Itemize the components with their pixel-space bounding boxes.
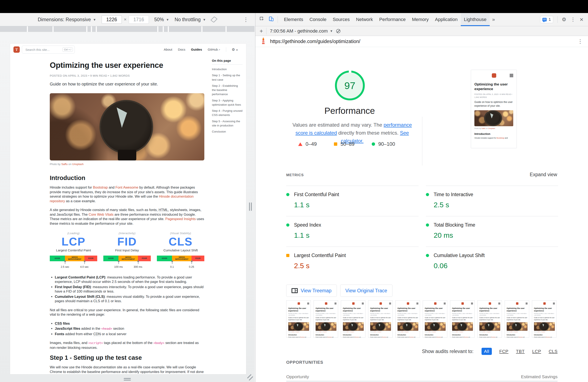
menu-icon (526, 303, 527, 303)
toggle-device-toolbar-icon[interactable] (268, 16, 274, 23)
filmstrip-thumbnail[interactable]: Optimizing the user experience POSTED ON… (286, 300, 311, 338)
vital-column: (Interactivity) FID First Input Delay GO… (103, 232, 151, 269)
viewport-corner-resize-handle[interactable] (246, 374, 252, 380)
filmstrip-thumbnail[interactable]: Optimizing the user experience POSTED ON… (396, 300, 420, 338)
close-devtools-icon[interactable]: × (580, 16, 583, 23)
bootstrap-link[interactable]: Bootstrap (93, 185, 108, 189)
metric-cell[interactable]: Time to Interactive 2.5 s (426, 186, 558, 216)
view-treemap-button[interactable]: View Treemap (286, 285, 337, 297)
dimensions-select[interactable]: Dimensions: Responsive ▼ (38, 17, 96, 22)
metric-cell[interactable]: Largest Contentful Paint 2.5 s (286, 247, 419, 277)
throttling-select[interactable]: No throttling ▼ (174, 17, 206, 22)
metric-cell[interactable]: First Contentful Paint 1.1 s (286, 186, 419, 216)
opportunity-column-header: Opportunity (286, 374, 309, 379)
menu-icon (471, 303, 473, 303)
theme-settings[interactable]: ⚙ ▼ (232, 47, 238, 52)
filmstrip-thumbnail[interactable]: Optimizing the user experience POSTED ON… (314, 300, 338, 338)
legend-item: 0–49 (298, 141, 317, 147)
audit-filter-option[interactable]: All (482, 348, 492, 355)
filmstrip-thumbnail[interactable]: Optimizing the user experience POSTED ON… (368, 300, 393, 338)
new-report-icon[interactable]: + (260, 28, 263, 34)
report-menu-icon[interactable]: ⋮ (578, 38, 583, 45)
nav-github[interactable]: GitHub↗ (208, 48, 220, 51)
inspect-element-icon[interactable] (259, 16, 265, 23)
devtools-tab[interactable]: Memory (409, 13, 432, 26)
menu-icon (553, 303, 555, 303)
font-awesome-link[interactable]: Font Awesome (116, 185, 138, 189)
hinode-logo-icon (325, 302, 327, 305)
site-search[interactable]: Ctrl + / (22, 45, 75, 54)
metric-cell[interactable]: Total Blocking Time 20 ms (426, 216, 558, 247)
filmstrip-thumbnail[interactable]: Optimizing the user experience POSTED ON… (450, 300, 475, 338)
audit-filter-option[interactable]: LCP (532, 349, 541, 354)
zoom-select[interactable]: 50% ▼ (154, 17, 169, 22)
site-search-input[interactable] (25, 48, 62, 52)
filmstrip-thumbnail[interactable]: Optimizing the user experience POSTED ON… (477, 300, 502, 338)
filmstrip-thumbnail[interactable]: Optimizing the user experience POSTED ON… (505, 300, 529, 338)
devtools-tab[interactable]: Performance (376, 13, 409, 26)
legend-shape-icon (298, 142, 302, 146)
filmstrip-thumbnail[interactable]: Optimizing the user experience POSTED ON… (341, 300, 365, 338)
intro-paragraph-1: Hinode includes support for Bootstrap an… (50, 185, 204, 203)
devtools-tab[interactable]: Elements (281, 13, 306, 26)
media-query-bar[interactable] (0, 26, 254, 32)
metric-rating-icon (426, 223, 429, 227)
devtools-tab[interactable]: Network (353, 13, 376, 26)
report-url: https://gethinode.com/guides/optimizatio… (270, 39, 360, 44)
vital-threshold-bar: GOOD NEEDS IMPROVEMENT POOR (157, 255, 204, 261)
toc-item[interactable]: Step 5 - Assessing the site in productio… (212, 119, 243, 128)
toc-item[interactable]: Introduction (212, 67, 243, 71)
viewport-height-handle[interactable] (124, 378, 131, 381)
metric-rating-icon (286, 223, 289, 227)
hinode-logo-icon[interactable] (13, 46, 20, 53)
filmstrip-thumbnail[interactable]: Optimizing the user experience POSTED ON… (532, 300, 556, 338)
devtools-menu-icon[interactable]: ⋮ (570, 17, 575, 22)
article: Optimizing the user experience POSTED ON… (50, 61, 204, 374)
pagespeed-insights-link[interactable]: Pagespeed Insights (165, 217, 196, 221)
toc-item[interactable]: Step 2 - Establishing the baseline perfo… (212, 84, 243, 97)
toolbar-divider (278, 16, 278, 23)
viewport-height-input[interactable] (129, 15, 149, 24)
page-screenshot-thumbnail[interactable]: Optimizing the user experience POSTED ON… (471, 70, 517, 148)
viewport-width-input[interactable] (102, 15, 122, 24)
emulated-webpage: Ctrl + / About Docs Guides GitHub↗ ⚙ ▼ O… (10, 44, 246, 374)
performance-score-gauge[interactable]: 97 (335, 71, 365, 100)
audit-filter-option[interactable]: TBT (516, 349, 525, 354)
menu-icon (510, 74, 513, 75)
nav-about[interactable]: About (164, 48, 172, 51)
more-tabs-button[interactable]: » (490, 13, 498, 26)
metric-cell[interactable]: Speed Index 1.1 s (286, 216, 419, 247)
toc-item[interactable]: Step 1 - Setting up the test case (212, 73, 243, 82)
issues-counter[interactable]: 1 (540, 16, 553, 23)
device-toolbar-menu-icon[interactable]: ⋮ (243, 17, 249, 22)
devtools-tab[interactable]: Sources (330, 13, 353, 26)
rotate-device-icon[interactable] (210, 16, 218, 23)
vitals-bullet-list: Largest Contentful Paint (LCP): measures… (50, 275, 204, 303)
nav-docs[interactable]: Docs (178, 48, 185, 51)
credit-source-link[interactable]: Unsplash (72, 163, 84, 166)
audit-filter-option[interactable]: CLS (549, 349, 558, 354)
nav-guides[interactable]: Guides (191, 48, 202, 51)
clear-reports-icon[interactable] (336, 29, 340, 33)
files-bullet-fonts: Fonts added from either CDN or a local s… (55, 332, 204, 337)
core-web-vitals-link[interactable]: Core Web Vitals (89, 212, 114, 216)
credit-author-link[interactable]: Saffu (61, 163, 68, 166)
viewport-width-handle[interactable] (249, 202, 252, 211)
report-selector[interactable]: 7:00:56 AM - gethinode.com ▼ (270, 28, 333, 34)
smartwatch-art (101, 101, 152, 152)
devtools-tab[interactable]: Lighthouse (461, 13, 490, 26)
toc-item[interactable]: Conclusion (212, 129, 243, 134)
devtools-tab[interactable]: Console (306, 13, 330, 26)
audit-filter-option[interactable]: FCP (499, 349, 509, 354)
expand-view-toggle[interactable]: Expand view (530, 172, 557, 177)
files-bullet-css: CSS files (55, 321, 204, 326)
settings-gear-icon[interactable]: ⚙ (562, 17, 566, 22)
external-link-icon: ↗ (218, 48, 220, 51)
toc-item[interactable]: Step 3 - Applying optimization quick fix… (212, 99, 243, 107)
view-original-trace-button[interactable]: View Original Trace (340, 285, 393, 297)
filmstrip-thumbnail[interactable]: Optimizing the user experience POSTED ON… (423, 300, 447, 338)
devtools-tab[interactable]: Application (432, 13, 461, 26)
metric-cell[interactable]: Cumulative Layout Shift 0.06 (426, 247, 558, 277)
toc-item[interactable]: Step 4 - Purging unused CSS elements (212, 109, 243, 117)
hinode-logo-icon (516, 302, 518, 305)
